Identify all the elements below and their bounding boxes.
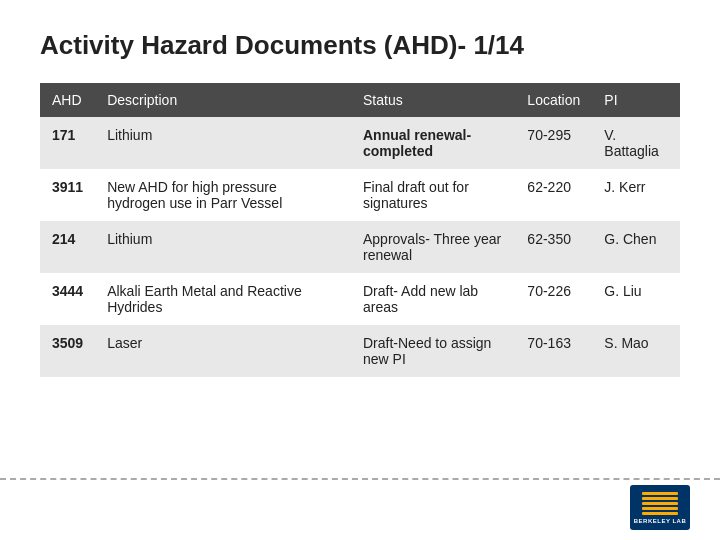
cell-location: 62-350 bbox=[515, 221, 592, 273]
logo-line-1 bbox=[642, 492, 678, 495]
logo-line-3 bbox=[642, 502, 678, 505]
logo-label: BERKELEY LAB bbox=[634, 518, 687, 524]
col-header-ahd: AHD bbox=[40, 83, 95, 117]
cell-status: Draft- Add new lab areas bbox=[351, 273, 515, 325]
cell-pi: G. Chen bbox=[592, 221, 680, 273]
col-header-description: Description bbox=[95, 83, 351, 117]
cell-description: Lithium bbox=[95, 117, 351, 169]
table-row: 3911New AHD for high pressure hydrogen u… bbox=[40, 169, 680, 221]
cell-pi: J. Kerr bbox=[592, 169, 680, 221]
cell-ahd: 3444 bbox=[40, 273, 95, 325]
table-row: 3444Alkali Earth Metal and Reactive Hydr… bbox=[40, 273, 680, 325]
cell-pi: S. Mao bbox=[592, 325, 680, 377]
col-header-pi: PI bbox=[592, 83, 680, 117]
table-row: 171LithiumAnnual renewal- completed70-29… bbox=[40, 117, 680, 169]
cell-ahd: 214 bbox=[40, 221, 95, 273]
cell-location: 62-220 bbox=[515, 169, 592, 221]
cell-status: Final draft out for signatures bbox=[351, 169, 515, 221]
cell-description: New AHD for high pressure hydrogen use i… bbox=[95, 169, 351, 221]
cell-location: 70-295 bbox=[515, 117, 592, 169]
table-row: 214LithiumApprovals- Three year renewal6… bbox=[40, 221, 680, 273]
cell-description: Alkali Earth Metal and Reactive Hydrides bbox=[95, 273, 351, 325]
cell-status: Approvals- Three year renewal bbox=[351, 221, 515, 273]
table-header-row: AHD Description Status Location PI bbox=[40, 83, 680, 117]
cell-location: 70-226 bbox=[515, 273, 592, 325]
cell-status: Draft-Need to assign new PI bbox=[351, 325, 515, 377]
cell-pi: G. Liu bbox=[592, 273, 680, 325]
page-title: Activity Hazard Documents (AHD)- 1/14 bbox=[40, 30, 680, 61]
cell-status: Annual renewal- completed bbox=[351, 117, 515, 169]
cell-ahd: 171 bbox=[40, 117, 95, 169]
logo-line-4 bbox=[642, 507, 678, 510]
cell-description: Lithium bbox=[95, 221, 351, 273]
cell-ahd: 3911 bbox=[40, 169, 95, 221]
cell-location: 70-163 bbox=[515, 325, 592, 377]
bottom-divider bbox=[0, 478, 720, 480]
logo-graphic bbox=[642, 492, 678, 515]
cell-ahd: 3509 bbox=[40, 325, 95, 377]
cell-description: Laser bbox=[95, 325, 351, 377]
logo-line-5 bbox=[642, 512, 678, 515]
col-header-location: Location bbox=[515, 83, 592, 117]
table-row: 3509LaserDraft-Need to assign new PI70-1… bbox=[40, 325, 680, 377]
berkeley-lab-logo: BERKELEY LAB bbox=[630, 485, 690, 530]
main-page: Activity Hazard Documents (AHD)- 1/14 AH… bbox=[0, 0, 720, 397]
ahd-table: AHD Description Status Location PI 171Li… bbox=[40, 83, 680, 377]
col-header-status: Status bbox=[351, 83, 515, 117]
logo-line-2 bbox=[642, 497, 678, 500]
cell-pi: V. Battaglia bbox=[592, 117, 680, 169]
